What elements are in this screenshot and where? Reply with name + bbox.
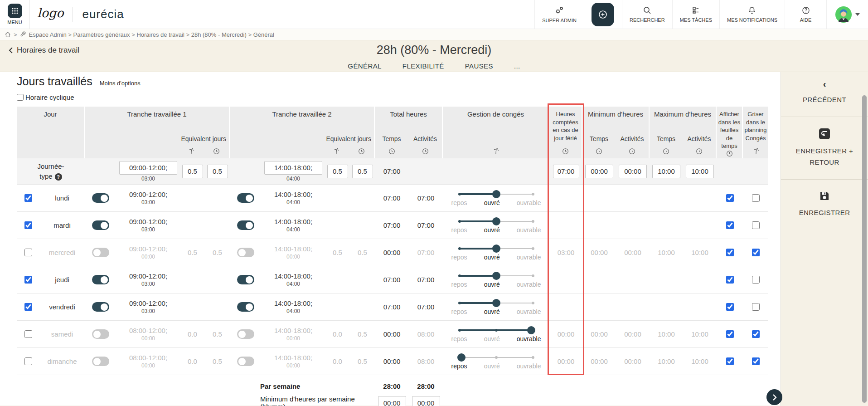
tranche1-toggle[interactable] (92, 302, 109, 312)
jt-min-temps-input[interactable] (585, 165, 613, 178)
conges-slider[interactable]: repos ouvré ouvrable (457, 299, 535, 315)
afficher-checkbox[interactable] (726, 221, 734, 229)
cyclic-schedule-checkbox[interactable] (17, 94, 24, 101)
griser-checkbox[interactable] (752, 357, 760, 365)
min-week-temps-input[interactable] (378, 396, 406, 406)
day-enabled-checkbox[interactable] (24, 221, 32, 229)
nav-aide[interactable]: AIDE (785, 0, 826, 29)
slider-thumb[interactable] (527, 326, 535, 334)
save-button[interactable]: ENREGISTRER (781, 179, 868, 230)
options-link[interactable]: Moins d'options (100, 80, 141, 87)
slider-thumb[interactable] (492, 245, 500, 253)
day-enabled-checkbox[interactable] (24, 276, 32, 284)
conges-slider[interactable]: repos ouvré ouvrable (457, 190, 535, 206)
jt-eq2-input[interactable] (207, 165, 228, 178)
afficher-checkbox[interactable] (726, 303, 734, 311)
griser-checkbox[interactable] (752, 221, 760, 229)
jt-tranche1-time-input[interactable] (119, 161, 177, 175)
slider-thumb[interactable] (492, 299, 500, 307)
min-week-activites-input[interactable] (412, 396, 440, 406)
company-logo[interactable]: logo (37, 6, 63, 20)
griser-checkbox[interactable] (752, 276, 760, 284)
max-temps-value: 10:00 (658, 330, 675, 338)
afficher-checkbox[interactable] (726, 249, 734, 256)
tranche1-toggle[interactable] (92, 220, 109, 230)
tranche2-toggle[interactable] (237, 248, 254, 257)
tranche2-subtotal: 04:00 (286, 226, 300, 233)
breadcrumb-item[interactable]: Espace Admin (29, 31, 67, 38)
tranche1-subtotal: 00:00 (141, 335, 155, 342)
breadcrumb-item[interactable]: Horaires de travail (136, 31, 184, 38)
add-button[interactable] (592, 3, 614, 26)
brand-wordmark[interactable]: eurécia (82, 7, 124, 21)
nav-super-admin[interactable]: SUPER ADMIN (534, 0, 584, 29)
tab-2[interactable]: PAUSES (465, 62, 493, 70)
day-enabled-checkbox[interactable] (24, 249, 32, 256)
jt-min-activites-input[interactable] (619, 165, 647, 178)
tab-0[interactable]: GÉNÉRAL (348, 62, 382, 70)
day-enabled-checkbox[interactable] (24, 303, 32, 311)
tab-3[interactable]: ... (514, 62, 520, 70)
nav-mes-notifications[interactable]: MES NOTIFICATIONS (719, 0, 785, 29)
slider-thumb[interactable] (457, 353, 466, 362)
back-link[interactable]: Horaires de travail (8, 46, 79, 55)
jt-eq4-input[interactable] (352, 165, 373, 178)
save-return-button[interactable]: ENREGISTRER + RETOUR (781, 117, 868, 179)
nav-rechercher[interactable]: RECHERCHER (622, 0, 672, 29)
afficher-checkbox[interactable] (726, 194, 734, 202)
breadcrumb-item[interactable]: 28h (80% - Mercredi) (191, 31, 247, 38)
tranche1-toggle[interactable] (92, 193, 109, 203)
afficher-checkbox[interactable] (726, 357, 734, 365)
tranche1-toggle[interactable] (92, 275, 109, 284)
conges-slider[interactable]: repos ouvré ouvrable (457, 245, 535, 261)
jt-max-activites-input[interactable] (686, 165, 714, 178)
afficher-checkbox[interactable] (726, 330, 734, 338)
top-nav: SUPER ADMIN RECHERCHER MES TÂCHES MES NO… (534, 0, 868, 29)
min-activites-value: 00:00 (624, 357, 641, 365)
tranche2-toggle[interactable] (237, 275, 254, 284)
tab-1[interactable]: FLEXIBILITÉ (402, 62, 444, 70)
tranche1-toggle[interactable] (92, 248, 109, 257)
precedent-button[interactable]: ‹ PRÉCÉDENT (781, 72, 868, 117)
next-page-button[interactable] (766, 389, 782, 405)
tranche2-toggle[interactable] (237, 329, 254, 339)
jt-tranche2-time-input[interactable] (264, 161, 322, 175)
jt-eq3-input[interactable] (327, 165, 348, 178)
tranche1-toggle[interactable] (92, 329, 109, 339)
total-activites: 08:00 (417, 357, 435, 365)
user-menu[interactable] (826, 0, 868, 29)
jt-max-temps-input[interactable] (652, 165, 680, 178)
conges-slider[interactable]: repos ouvré ouvrable (457, 217, 535, 234)
home-icon[interactable] (5, 31, 11, 38)
conges-slider[interactable]: repos ouvré ouvrable (457, 326, 535, 342)
griser-checkbox[interactable] (752, 303, 760, 311)
day-enabled-checkbox[interactable] (24, 357, 32, 365)
breadcrumb-item[interactable]: Paramètres généraux (73, 31, 130, 38)
day-enabled-checkbox[interactable] (24, 330, 32, 338)
griser-checkbox[interactable] (752, 194, 760, 202)
slider-thumb[interactable] (492, 272, 500, 280)
grid-icon (8, 4, 22, 18)
tranche2-toggle[interactable] (237, 193, 254, 203)
help-badge-icon[interactable]: ? (55, 173, 62, 181)
conges-slider[interactable]: repos ouvré ouvrable (457, 353, 535, 370)
vertical-scrollbar[interactable] (862, 95, 867, 403)
conges-slider[interactable]: repos ouvré ouvrable (457, 272, 535, 288)
nav-mes-taches[interactable]: MES TÂCHES (672, 0, 719, 29)
menu-button[interactable]: MENU (0, 0, 30, 29)
tranche1-subtotal: 03:00 (141, 226, 155, 233)
tranche2-toggle[interactable] (237, 220, 254, 230)
wrench-icon[interactable] (20, 31, 26, 38)
tranche1-toggle[interactable] (92, 357, 109, 366)
tranche2-toggle[interactable] (237, 302, 254, 312)
breadcrumb-item[interactable]: Général (253, 31, 274, 38)
slider-thumb[interactable] (492, 217, 500, 225)
tranche2-toggle[interactable] (237, 357, 254, 366)
afficher-checkbox[interactable] (726, 276, 734, 284)
griser-checkbox[interactable] (752, 330, 760, 338)
griser-checkbox[interactable] (752, 249, 760, 256)
slider-thumb[interactable] (492, 190, 500, 198)
day-enabled-checkbox[interactable] (24, 194, 32, 202)
jt-eq1-input[interactable] (182, 165, 203, 178)
jt-ferie-input[interactable] (553, 165, 579, 178)
